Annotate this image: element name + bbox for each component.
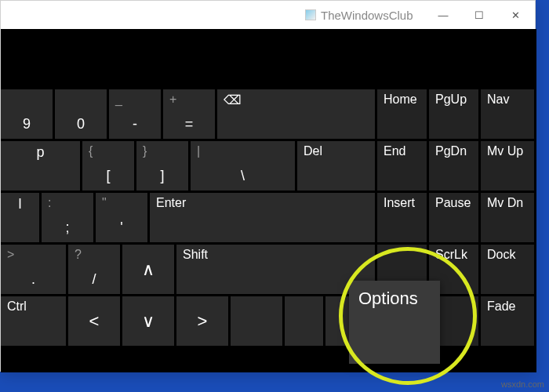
key-home[interactable]: Home bbox=[377, 89, 427, 139]
key-end[interactable]: End bbox=[377, 141, 427, 191]
key-minus[interactable]: _- bbox=[109, 89, 161, 139]
minimize-button[interactable]: — bbox=[425, 1, 461, 29]
key-0[interactable]: 0 bbox=[55, 89, 107, 139]
titlebar: TheWindowsClub — ☐ ✕ bbox=[1, 1, 535, 29]
key-semicolon[interactable]: :; bbox=[42, 193, 93, 242]
key-l[interactable]: l bbox=[1, 193, 39, 242]
key-mvup[interactable]: Mv Up bbox=[481, 141, 534, 191]
key-arrow-right[interactable]: > bbox=[176, 296, 228, 346]
watermark: wsxdn.com bbox=[501, 379, 544, 389]
on-screen-keyboard: 9 0 _- += ⌫ p {[ }] |\ Del l :; "' Enter… bbox=[1, 29, 536, 372]
key-insert[interactable]: Insert bbox=[377, 193, 427, 242]
key-backspace[interactable]: ⌫ bbox=[217, 89, 375, 139]
arrow-left-icon: < bbox=[89, 311, 100, 332]
close-button[interactable]: ✕ bbox=[497, 1, 533, 29]
key-pause[interactable]: Pause bbox=[429, 193, 478, 242]
key-equals[interactable]: += bbox=[163, 89, 215, 139]
app-window: TheWindowsClub — ☐ ✕ 9 0 _- += ⌫ p {[ }]… bbox=[0, 0, 536, 372]
key-period[interactable]: >. bbox=[1, 245, 66, 294]
key-dock[interactable]: Dock bbox=[481, 245, 534, 294]
key-enter[interactable]: Enter bbox=[150, 193, 375, 242]
maximize-button[interactable]: ☐ bbox=[461, 1, 497, 29]
key-slash[interactable]: ?/ bbox=[68, 245, 120, 294]
key-fade[interactable]: Fade bbox=[481, 296, 534, 346]
key-nav[interactable]: Nav bbox=[481, 89, 534, 139]
backspace-icon: ⌫ bbox=[224, 93, 242, 107]
app-icon bbox=[305, 9, 316, 20]
key-mvdn[interactable]: Mv Dn bbox=[481, 193, 534, 242]
key-fn-1[interactable] bbox=[231, 296, 282, 346]
options-tooltip: Options bbox=[349, 281, 440, 364]
arrow-up-icon: ∧ bbox=[142, 260, 155, 280]
options-label: Options bbox=[358, 289, 418, 308]
key-fn-2[interactable] bbox=[285, 296, 323, 346]
arrow-right-icon: > bbox=[198, 311, 208, 332]
key-pgdn[interactable]: PgDn bbox=[429, 141, 478, 191]
key-shift[interactable]: Shift bbox=[176, 245, 375, 294]
window-controls: — ☐ ✕ bbox=[425, 1, 533, 29]
window-title: TheWindowsClub bbox=[321, 9, 413, 22]
key-backslash[interactable]: |\ bbox=[191, 141, 295, 191]
key-arrow-down[interactable]: ∨ bbox=[122, 296, 174, 346]
key-right-bracket[interactable]: }] bbox=[136, 141, 188, 191]
key-pgup[interactable]: PgUp bbox=[429, 89, 478, 139]
arrow-down-icon: ∨ bbox=[142, 311, 155, 332]
key-arrow-left[interactable]: < bbox=[68, 296, 120, 346]
key-9[interactable]: 9 bbox=[1, 89, 53, 139]
key-arrow-up[interactable]: ∧ bbox=[122, 245, 174, 294]
key-delete[interactable]: Del bbox=[297, 141, 375, 191]
key-quote[interactable]: "' bbox=[96, 193, 147, 242]
key-left-bracket[interactable]: {[ bbox=[82, 141, 134, 191]
key-ctrl[interactable]: Ctrl bbox=[1, 296, 66, 346]
key-p[interactable]: p bbox=[1, 141, 80, 191]
